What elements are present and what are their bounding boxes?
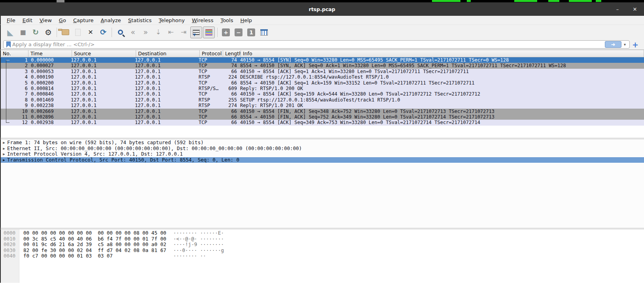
hex-dump-row[interactable]: 0040f0 c7 00 00 00 00 01 03 03 07·······… [1,253,644,259]
packet-row[interactable]: 110.002896127.0.0.1127.0.0.1TCP668554 → … [1,114,644,120]
expand-arrow-icon[interactable]: ▶ [1,157,7,163]
packet-cell-dst: 127.0.0.1 [133,57,197,63]
go-back-button[interactable]: « [127,26,139,38]
column-header-info[interactable]: Info [241,50,644,57]
open-file-button[interactable] [59,26,71,38]
apply-filter-button[interactable]: ➜ [605,41,621,48]
packet-cell-proto: RTSP [197,103,220,108]
packet-row[interactable]: 40.000190127.0.0.1127.0.0.1RTSP224DESCRI… [1,74,644,80]
go-forward-button[interactable]: » [140,26,152,38]
packet-cell-proto: TCP [197,80,220,86]
packet-row[interactable]: 10.000000127.0.0.1127.0.0.1TCP7440150 → … [1,57,644,63]
zoom-in-button[interactable]: + [220,26,232,38]
colorize-toggle[interactable] [203,26,215,38]
detail-tree-row[interactable]: ▶Transmission Control Protocol, Src Port… [1,157,644,163]
menu-file[interactable]: File [3,17,19,24]
packet-row[interactable]: 60.000814127.0.0.1127.0.0.1RTSP/S…609Rep… [1,86,644,91]
display-filter-field[interactable]: ➜ ▾ [3,40,630,49]
menu-statistics[interactable]: Statistics [125,17,155,24]
packet-cell-time: 0.000053 [28,69,69,74]
restart-capture-button[interactable]: ↻ [30,26,42,38]
hex-bytes: 00 3c 85 c5 40 00 40 06 b6 f4 7f 00 00 0… [19,236,173,242]
packet-cell-info: 40150 → 8554 [SYN] Seq=0 Win=33280 Len=0… [237,57,644,63]
go-to-packet-button[interactable]: ⇣ [152,26,164,38]
resize-columns-button[interactable] [258,26,270,38]
filter-bookmark-icon[interactable] [6,41,11,47]
packet-cell-dst: 127.0.0.1 [133,63,197,68]
packet-cell-time: 0.000027 [28,63,69,68]
packet-row[interactable]: 30.000053127.0.0.1127.0.0.1TCP6640150 → … [1,69,644,74]
close-button[interactable]: ✕ [631,6,638,12]
conversation-bracket [6,60,9,123]
zoom-out-button[interactable]: − [233,26,244,38]
column-header-length[interactable]: Length [223,50,241,57]
packet-row[interactable]: 120.002938127.0.0.1127.0.0.1TCP6640150 →… [1,120,644,125]
menu-view[interactable]: View [36,17,55,24]
menu-analyze[interactable]: Analyze [97,17,125,24]
packet-cell-len: 74 [220,57,237,63]
zoom-out-icon: − [235,28,242,36]
packet-row[interactable]: 50.000200127.0.0.1127.0.0.1TCP668554 → 4… [1,80,644,86]
packet-row[interactable]: 80.001469127.0.0.1127.0.0.1RTSP255SETUP … [1,97,644,103]
menu-help[interactable]: Help [237,17,256,24]
packet-cell-info: SETUP rtsp://127.0.0.1:8554/wavAudioTest… [237,97,644,103]
packet-cell-info: Reply: RTSP/1.0 201 OK [237,103,644,108]
minimize-button[interactable]: – [614,6,621,12]
expand-arrow-icon[interactable]: ▶ [1,146,7,152]
packet-cell-src: 127.0.0.1 [69,103,133,108]
hex-dump-row[interactable]: 000000 00 00 00 00 00 00 00 00 00 00 00 … [1,230,644,236]
packet-row[interactable]: 100.002669127.0.0.1127.0.0.1TCP6640150 →… [1,109,644,114]
colorize-icon [205,29,212,36]
hex-dump-row[interactable]: 002000 01 9c d6 21 6a 2d 39 c5 a8 00 00 … [1,242,644,248]
save-file-button[interactable] [72,26,84,38]
menu-go[interactable]: Go [55,17,70,24]
hex-dump-row[interactable]: 003082 00 fe 30 00 00 02 04 ff d7 04 02 … [1,248,644,254]
filter-dropdown-caret-icon[interactable]: ▾ [621,42,628,47]
expand-arrow-icon[interactable]: ▶ [1,151,7,157]
detail-tree-row[interactable]: ▶Ethernet II, Src: 00:00:00_00:00:00 (00… [1,146,644,152]
column-header-source[interactable]: Source [72,50,136,57]
menu-edit[interactable]: Edit [19,17,36,24]
capture-options-button[interactable]: ⚙ [42,26,54,38]
last-packet-button[interactable]: ⇥ [178,26,189,38]
reload-icon: ⟳ [100,28,106,36]
detail-tree-row[interactable]: ▶Internet Protocol Version 4, Src: 127.0… [1,151,644,157]
column-header-no[interactable]: No. [1,50,28,57]
packet-row[interactable]: 20.000027127.0.0.1127.0.0.1TCP748554 → 4… [1,63,644,68]
first-packet-button[interactable]: ⇤ [165,26,177,38]
find-packet-button[interactable] [114,26,126,38]
expand-arrow-icon[interactable]: ▶ [1,140,7,146]
background-terminal-text-fragment [432,0,460,2]
start-capture-button[interactable]: ◣ [4,26,16,38]
packet-cell-src: 127.0.0.1 [69,74,133,80]
packet-cell-no: 8 [1,97,28,103]
packet-cell-src: 127.0.0.1 [69,114,133,120]
packet-row[interactable]: 90.002238127.0.0.1127.0.0.1RTSP274Reply:… [1,103,644,108]
hex-dump-row[interactable]: 001000 3c 85 c5 40 00 40 06 b6 f4 7f 00 … [1,236,644,242]
packet-cell-info: 40150 → 8554 [FIN, ACK] Seq=348 Ack=752 … [237,109,644,114]
background-terminal-text-fragment [548,0,559,2]
close-file-button[interactable]: ✕ [85,26,97,38]
stop-capture-button[interactable]: ■ [17,26,29,38]
display-filter-bar: ➜ ▾ + [0,39,644,50]
title-bar[interactable]: rtsp.pcap – ✕ [0,2,644,16]
normal-size-button[interactable]: 1 [245,26,257,38]
column-header-time[interactable]: Time [28,50,72,57]
menu-tools[interactable]: Tools [217,17,237,24]
menu-telephony[interactable]: Telephony [155,17,188,24]
auto-scroll-toggle[interactable] [190,26,202,38]
detail-row-label: Internet Protocol Version 4, Src: 127.0.… [7,151,183,157]
packet-bytes-pane: 000000 00 00 00 00 00 00 00 00 00 00 00 … [0,229,644,283]
menu-wireless[interactable]: Wireless [188,17,217,24]
window-title: rtsp.pcap [309,6,335,12]
column-header-destination[interactable]: Destination [136,50,200,57]
detail-tree-row[interactable]: ▶Frame 1: 74 bytes on wire (592 bits), 7… [1,140,644,146]
column-header-protocol[interactable]: Protocol [200,50,223,57]
packet-row[interactable]: 70.000846127.0.0.1127.0.0.1TCP6640150 → … [1,91,644,97]
menu-capture[interactable]: Capture [70,17,97,24]
display-filter-input[interactable] [12,41,605,47]
hex-ascii: ········ ·· [173,253,206,259]
add-filter-button[interactable]: + [630,40,642,49]
reload-file-button[interactable]: ⟳ [97,26,109,38]
packet-cell-proto: TCP [197,57,220,63]
